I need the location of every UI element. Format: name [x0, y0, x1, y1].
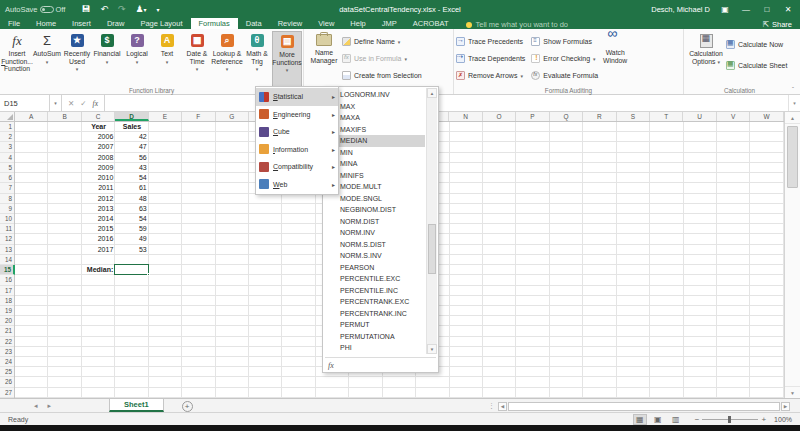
row-header-4[interactable]: 4 [0, 153, 14, 163]
cancel-icon[interactable]: ✕ [68, 99, 74, 108]
row-header-9[interactable]: 9 [0, 204, 14, 214]
row-header-1[interactable]: 1 [0, 122, 14, 132]
menu-item-engineering[interactable]: Engineering▸ [256, 106, 338, 124]
cell-c4[interactable]: 2008 [82, 153, 115, 163]
column-header-e[interactable]: E [149, 112, 182, 121]
submenu-scroll-down-icon[interactable]: ▼ [427, 344, 437, 354]
column-header-w[interactable]: W [750, 112, 783, 121]
menu-item-compatibility[interactable]: Compatibility▸ [256, 158, 338, 176]
autosum-button[interactable]: ΣAutoSum▾ [32, 31, 62, 86]
row-header-21[interactable]: 21 [0, 326, 14, 336]
row-header-13[interactable]: 13 [0, 245, 14, 255]
scroll-up-icon[interactable]: ▲ [785, 112, 800, 124]
row-header-17[interactable]: 17 [0, 286, 14, 296]
expand-formula-bar-icon[interactable]: ▾ [788, 95, 800, 111]
cell-c7[interactable]: 2011 [82, 183, 115, 193]
scroll-left-icon[interactable]: ◀ [498, 402, 507, 411]
row-header-3[interactable]: 3 [0, 142, 14, 152]
tab-split-handle[interactable]: ⋮ [488, 402, 495, 410]
cell-d7[interactable]: 61 [115, 183, 148, 193]
function-item-maxifs[interactable]: MAXIFS [324, 124, 425, 136]
calculate-sheet-button[interactable]: Calculate Sheet [726, 59, 787, 72]
tab-page-layout[interactable]: Page Layout [132, 18, 190, 29]
text-button[interactable]: AText▾ [152, 31, 182, 86]
customize-qat-button[interactable]: ▾ [157, 6, 160, 13]
function-item-norm.dist[interactable]: NORM.DIST [324, 216, 425, 228]
cell-c2[interactable]: 2006 [82, 132, 115, 142]
sheet-tab-sheet1[interactable]: Sheet1 [109, 399, 164, 412]
calculation-options-button[interactable]: Calculation Options▾ [686, 31, 726, 86]
autosave-toggle[interactable]: AutoSave Off [5, 5, 65, 14]
row-header-5[interactable]: 5 [0, 163, 14, 173]
menu-item-web[interactable]: Web▸ [256, 176, 338, 194]
next-sheet-icon[interactable]: ▸ [48, 402, 52, 410]
function-item-norm.inv[interactable]: NORM.INV [324, 227, 425, 239]
horizontal-scrollbar[interactable]: ⋮ ◀ ▶ [488, 401, 790, 411]
evaluate-formula-button[interactable]: Evaluate Formula [531, 69, 598, 82]
name-box-dropdown-icon[interactable]: ▾ [50, 95, 62, 111]
close-button[interactable]: ✕ [782, 5, 794, 14]
undo-button[interactable]: ↶ [100, 4, 108, 14]
more-functions-button[interactable]: ▤MoreFunctions▾ [272, 31, 302, 88]
function-item-percentrank.exc[interactable]: PERCENTRANK.EXC [324, 296, 425, 308]
cell-d11[interactable]: 59 [115, 224, 148, 234]
zoom-in-button[interactable]: + [761, 415, 766, 424]
select-all-corner[interactable] [0, 112, 15, 121]
function-item-phi[interactable]: PHI [324, 342, 425, 354]
ribbon-display-options-button[interactable]: ▣ [719, 5, 731, 14]
submenu-scroll-up-icon[interactable]: ▲ [427, 88, 437, 98]
cell-d10[interactable]: 54 [115, 214, 148, 224]
cell-c9[interactable]: 2013 [82, 204, 115, 214]
cell-c15-median-label[interactable]: Median: [82, 265, 115, 275]
row-header-2[interactable]: 2 [0, 132, 14, 142]
row-header-15[interactable]: 15 [0, 265, 15, 275]
tab-review[interactable]: Review [270, 18, 311, 29]
tab-file[interactable]: File [0, 18, 28, 29]
column-header-u[interactable]: U [683, 112, 716, 121]
row-header-11[interactable]: 11 [0, 224, 14, 234]
tab-home[interactable]: Home [28, 18, 64, 29]
zoom-level[interactable]: 100% [774, 416, 792, 423]
row-header-22[interactable]: 22 [0, 337, 14, 347]
column-header-b[interactable]: B [48, 112, 81, 121]
row-header-10[interactable]: 10 [0, 214, 14, 224]
insert-function-icon[interactable]: fx [93, 99, 98, 108]
formula-input[interactable] [105, 95, 788, 111]
tab-insert[interactable]: Insert [64, 18, 99, 29]
cell-c5[interactable]: 2009 [82, 163, 115, 173]
scroll-right-icon[interactable]: ▶ [781, 402, 790, 411]
tab-acrobat[interactable]: ACROBAT [405, 18, 457, 29]
recently-used-button[interactable]: ★RecentlyUsed▾ [62, 31, 92, 86]
cell-c8[interactable]: 2012 [82, 194, 115, 204]
zoom-slider-thumb[interactable] [728, 416, 731, 423]
tab-draw[interactable]: Draw [99, 18, 133, 29]
column-header-c[interactable]: C [82, 112, 115, 121]
function-item-percentile.inc[interactable]: PERCENTILE.INC [324, 285, 425, 297]
cell-c6[interactable]: 2010 [82, 173, 115, 183]
tab-data[interactable]: Data [238, 18, 270, 29]
vertical-scrollbar[interactable]: ▲ ▼ [784, 112, 800, 398]
function-item-maxa[interactable]: MAXA [324, 112, 425, 124]
trace-precedents-button[interactable]: Trace Precedents [456, 35, 525, 48]
page-layout-view-button[interactable]: ▣ [651, 414, 665, 425]
horizontal-scroll-thumb[interactable] [508, 402, 780, 411]
row-header-25[interactable]: 25 [0, 367, 14, 377]
lookup-reference-button[interactable]: ⌕Lookup &Reference▾ [212, 31, 242, 86]
column-header-f[interactable]: F [182, 112, 215, 121]
cell-d9[interactable]: 63 [115, 204, 148, 214]
name-manager-button[interactable]: Name Manager [306, 31, 342, 86]
row-header-6[interactable]: 6 [0, 173, 14, 183]
zoom-slider[interactable] [702, 419, 758, 420]
cell-d8[interactable]: 48 [115, 194, 148, 204]
function-item-permut[interactable]: PERMUT [324, 319, 425, 331]
vertical-scroll-thumb[interactable] [787, 126, 798, 188]
cell-d1-sales[interactable]: Sales [115, 122, 148, 132]
active-cell-selection[interactable] [114, 264, 148, 275]
row-header-20[interactable]: 20 [0, 316, 14, 326]
row-header-16[interactable]: 16 [0, 275, 14, 285]
cell-d4[interactable]: 56 [115, 153, 148, 163]
submenu-scroll-thumb[interactable] [428, 224, 436, 274]
row-header-12[interactable]: 12 [0, 234, 14, 244]
column-header-d[interactable]: D [115, 112, 148, 121]
save-button[interactable]: 💾︎ [81, 4, 90, 14]
